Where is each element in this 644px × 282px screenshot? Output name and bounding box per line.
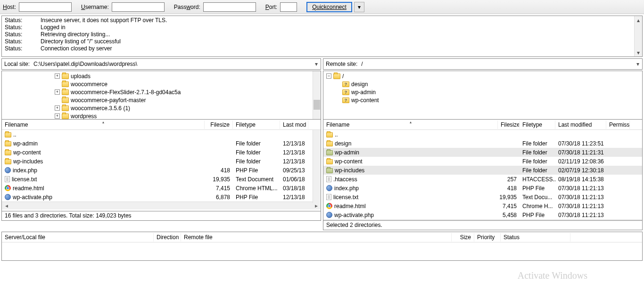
local-tree-scrollbar[interactable]	[313, 71, 321, 119]
tree-item[interactable]: ?wp-content	[323, 96, 642, 104]
list-item[interactable]: index.php418PHP File09/25/13	[2, 166, 321, 175]
list-item[interactable]: wp-adminFile folder12/13/18	[2, 139, 321, 148]
col-lastmod[interactable]: Last mod	[280, 121, 308, 129]
log-label: Status:	[5, 45, 41, 52]
col-lastmod[interactable]: Last modified	[555, 121, 606, 129]
tree-item-label: wordpress	[71, 113, 97, 120]
col-priority[interactable]: Priority	[474, 233, 501, 242]
col-serverfile[interactable]: Server/Local file	[2, 233, 154, 242]
tree-item[interactable]: ?design	[323, 80, 642, 88]
col-filename[interactable]: ▴Filename	[2, 121, 205, 129]
col-size[interactable]: Size	[452, 233, 474, 242]
tree-item[interactable]: +wordpress	[2, 112, 321, 120]
list-item[interactable]: license.txt19,935Text Document01/06/18	[2, 175, 321, 184]
list-item[interactable]: wp-activate.php6,878PHP File12/13/18	[2, 193, 321, 201]
remote-site-path-input[interactable]	[360, 59, 634, 69]
col-direction[interactable]: Direction	[154, 233, 181, 242]
log-label: Status:	[5, 38, 41, 45]
list-item[interactable]: index.php418PHP File07/30/18 11:21:13	[323, 184, 642, 193]
list-item[interactable]: license.txt19,935Text Docu...07/30/18 11…	[323, 193, 642, 201]
local-file-list[interactable]: ▴Filename Filesize Filetype Last mod ..w…	[1, 120, 321, 211]
connection-toolbar: HHost:ost: Username: Password: Port: Qui…	[0, 0, 644, 14]
tree-item[interactable]: ?wp-admin	[323, 88, 642, 96]
folder-icon	[62, 105, 69, 111]
collapse-icon[interactable]: −	[326, 73, 331, 79]
username-input[interactable]	[112, 2, 165, 12]
tree-item[interactable]: +uploads	[2, 72, 321, 80]
scroll-up-icon[interactable]: ▴	[635, 16, 643, 24]
tree-item[interactable]: +woocommerce-FlexSlider-2.7.1-8-gd04ac5a	[2, 88, 321, 96]
folder-icon	[326, 159, 333, 164]
filetype-cell: File folder	[520, 167, 555, 174]
col-filetype[interactable]: Filetype	[233, 121, 280, 129]
filesize-cell: 19,935	[205, 176, 233, 183]
local-tree[interactable]: +uploadswoocommerce+woocommerce-FlexSlid…	[1, 71, 321, 120]
local-site-dropdown[interactable]: ▾	[312, 61, 321, 67]
list-item[interactable]: wp-adminFile folder07/30/18 11:21:31	[323, 148, 642, 157]
local-list-vscrollbar[interactable]	[313, 130, 321, 203]
expand-icon[interactable]: +	[55, 105, 60, 111]
quickconnect-dropdown-button[interactable]: ▾	[354, 2, 364, 12]
tree-item[interactable]: +woocommerce.3.5.6 (1)	[2, 104, 321, 112]
remote-panel: Remote site: ▾ −/?design?wp-admin?wp-con…	[323, 58, 643, 230]
port-input[interactable]	[280, 2, 297, 12]
tree-item-label: woocommerce.3.5.6 (1)	[71, 105, 130, 112]
list-item[interactable]: designFile folder07/30/18 11:23:51	[323, 139, 642, 148]
list-item[interactable]: wp-contentFile folder12/13/18	[2, 148, 321, 157]
expand-icon[interactable]: +	[55, 113, 60, 119]
remote-site-dropdown[interactable]: ▾	[634, 61, 642, 67]
list-item[interactable]: ..	[323, 130, 642, 139]
filetype-cell: File folder	[520, 158, 555, 165]
list-item[interactable]: wp-includesFile folder12/13/18	[2, 157, 321, 166]
expand-icon[interactable]: +	[55, 89, 60, 95]
filesize-cell: 418	[498, 185, 520, 192]
expand-icon[interactable]: +	[55, 73, 60, 79]
folder-icon	[326, 168, 333, 173]
tree-item[interactable]: woocommerce-payfort-master	[2, 96, 321, 104]
list-item[interactable]: readme.html7,415Chrome H...07/30/18 11:2…	[323, 201, 642, 210]
remote-tree[interactable]: −/?design?wp-admin?wp-content	[323, 71, 643, 120]
quickconnect-button[interactable]: Quickconnect	[306, 2, 352, 12]
local-site-path-input[interactable]	[32, 59, 312, 69]
list-item[interactable]: wp-includesFile folder02/07/19 12:30:18	[323, 166, 642, 175]
filename-cell: readme.html	[13, 185, 44, 192]
remote-list-header: ▴Filename Filesize Filetype Last modifie…	[323, 120, 642, 130]
col-status[interactable]: Status	[501, 233, 570, 242]
list-item[interactable]: readme.html7,415Chrome HTML...03/18/18	[2, 184, 321, 193]
col-filename[interactable]: ▴Filename	[323, 121, 498, 129]
remote-list-hscrollbar[interactable]: ◂▸	[323, 219, 642, 221]
log-message: Logged in	[41, 24, 66, 31]
local-list-hscrollbar[interactable]: ◂▸	[2, 201, 321, 209]
filename-cell: wp-activate.php	[13, 194, 52, 201]
col-remotefile[interactable]: Remote file	[181, 233, 452, 242]
port-label: Port:	[265, 4, 277, 10]
remote-file-list[interactable]: ▴Filename Filesize Filetype Last modifie…	[323, 120, 643, 221]
col-permissions[interactable]: Permissic	[606, 121, 630, 129]
filename-cell: .htaccess	[333, 176, 357, 183]
chevron-down-icon: ▾	[358, 4, 361, 10]
filetype-cell: Chrome H...	[520, 203, 555, 209]
list-item[interactable]: wp-contentFile folder02/11/19 12:08:36	[323, 157, 642, 166]
log-scrollbar[interactable]: ▴ ▾	[634, 16, 642, 56]
filesize-cell: 257	[498, 176, 520, 183]
list-item[interactable]: ..	[2, 130, 321, 139]
lastmod-cell: 07/30/18 11:21:13	[555, 194, 606, 201]
col-filesize[interactable]: Filesize	[498, 121, 520, 129]
list-item[interactable]: .htaccess257HTACCESS...08/19/18 14:15:38	[323, 175, 642, 184]
tree-item[interactable]: −/	[323, 72, 642, 80]
host-label: HHost:ost:	[3, 4, 16, 10]
text-file-icon	[326, 194, 331, 200]
filename-cell: wp-includes	[335, 167, 364, 174]
remote-site-label: Remote site:	[323, 61, 360, 67]
list-item[interactable]: wp-activate.php5,458PHP File07/30/18 11:…	[323, 210, 642, 219]
tree-item-label: woocommerce-payfort-master	[71, 97, 146, 104]
filetype-cell: HTACCESS...	[520, 176, 555, 183]
tree-item[interactable]: woocommerce	[2, 80, 321, 88]
scroll-down-icon[interactable]: ▾	[635, 48, 643, 56]
host-input[interactable]	[19, 2, 72, 12]
folder-icon	[62, 89, 69, 95]
filesize-cell: 418	[205, 167, 233, 174]
password-input[interactable]	[203, 2, 256, 12]
col-filesize[interactable]: Filesize	[205, 121, 233, 129]
col-filetype[interactable]: Filetype	[520, 121, 555, 129]
